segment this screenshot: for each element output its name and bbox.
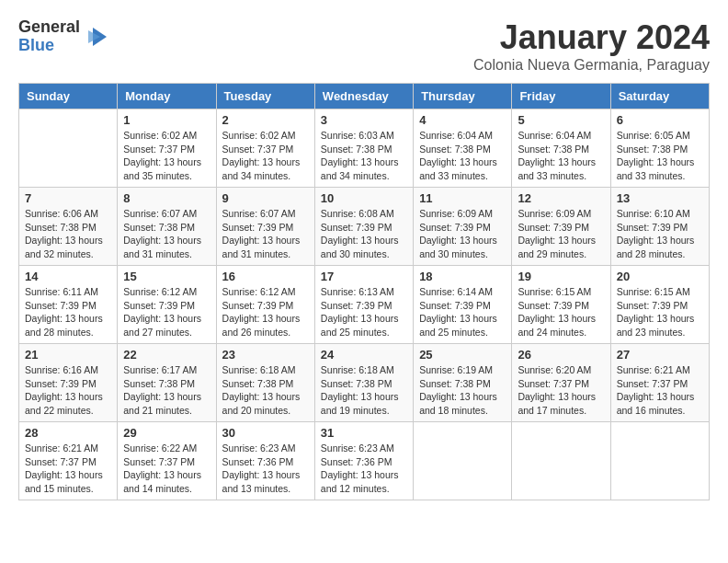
header-day-wednesday: Wednesday bbox=[314, 84, 413, 109]
week-row-3: 14Sunrise: 6:11 AMSunset: 7:39 PMDayligh… bbox=[19, 266, 710, 344]
day-number: 26 bbox=[518, 348, 604, 362]
cell-info: Sunrise: 6:09 AMSunset: 7:39 PMDaylight:… bbox=[419, 207, 506, 261]
cell-info: Sunrise: 6:20 AMSunset: 7:37 PMDaylight:… bbox=[518, 363, 604, 418]
header-day-friday: Friday bbox=[512, 84, 610, 109]
calendar-cell: 4Sunrise: 6:04 AMSunset: 7:38 PMDaylight… bbox=[414, 109, 512, 188]
day-number: 17 bbox=[321, 270, 407, 283]
header-day-saturday: Saturday bbox=[610, 84, 709, 109]
header-day-monday: Monday bbox=[118, 84, 216, 109]
cell-info: Sunrise: 6:19 AMSunset: 7:38 PMDaylight:… bbox=[419, 363, 506, 418]
day-number: 8 bbox=[123, 191, 210, 205]
calendar-cell: 22Sunrise: 6:17 AMSunset: 7:38 PMDayligh… bbox=[118, 344, 216, 422]
day-number: 3 bbox=[321, 113, 407, 127]
calendar-cell: 16Sunrise: 6:12 AMSunset: 7:39 PMDayligh… bbox=[216, 266, 314, 344]
cell-info: Sunrise: 6:10 AMSunset: 7:39 PMDaylight:… bbox=[617, 207, 703, 261]
cell-info: Sunrise: 6:02 AMSunset: 7:37 PMDaylight:… bbox=[222, 129, 309, 183]
calendar-cell: 25Sunrise: 6:19 AMSunset: 7:38 PMDayligh… bbox=[414, 344, 512, 422]
day-number: 9 bbox=[222, 191, 309, 205]
calendar-cell: 5Sunrise: 6:04 AMSunset: 7:38 PMDaylight… bbox=[512, 109, 610, 188]
day-number: 1 bbox=[123, 113, 210, 127]
day-number: 10 bbox=[321, 191, 407, 205]
day-number: 12 bbox=[518, 191, 604, 205]
cell-info: Sunrise: 6:08 AMSunset: 7:39 PMDaylight:… bbox=[321, 207, 407, 261]
calendar-cell bbox=[19, 109, 118, 188]
cell-info: Sunrise: 6:16 AMSunset: 7:39 PMDaylight:… bbox=[25, 363, 111, 418]
day-number: 28 bbox=[25, 426, 111, 440]
cell-info: Sunrise: 6:07 AMSunset: 7:39 PMDaylight:… bbox=[222, 207, 309, 261]
cell-info: Sunrise: 6:02 AMSunset: 7:37 PMDaylight:… bbox=[123, 129, 210, 183]
day-number: 14 bbox=[25, 270, 111, 283]
calendar-cell: 21Sunrise: 6:16 AMSunset: 7:39 PMDayligh… bbox=[19, 344, 118, 422]
calendar-cell: 31Sunrise: 6:23 AMSunset: 7:36 PMDayligh… bbox=[314, 422, 413, 500]
calendar-cell: 30Sunrise: 6:23 AMSunset: 7:36 PMDayligh… bbox=[216, 422, 314, 500]
cell-info: Sunrise: 6:04 AMSunset: 7:38 PMDaylight:… bbox=[419, 129, 506, 183]
calendar-cell: 9Sunrise: 6:07 AMSunset: 7:39 PMDaylight… bbox=[216, 188, 314, 266]
cell-info: Sunrise: 6:03 AMSunset: 7:38 PMDaylight:… bbox=[321, 129, 407, 183]
calendar-table: SundayMondayTuesdayWednesdayThursdayFrid… bbox=[18, 83, 710, 500]
calendar-cell: 23Sunrise: 6:18 AMSunset: 7:38 PMDayligh… bbox=[216, 344, 314, 422]
cell-info: Sunrise: 6:21 AMSunset: 7:37 PMDaylight:… bbox=[25, 442, 111, 496]
cell-info: Sunrise: 6:23 AMSunset: 7:36 PMDaylight:… bbox=[222, 442, 309, 496]
cell-info: Sunrise: 6:15 AMSunset: 7:39 PMDaylight:… bbox=[518, 285, 604, 339]
cell-info: Sunrise: 6:22 AMSunset: 7:37 PMDaylight:… bbox=[123, 442, 210, 496]
cell-info: Sunrise: 6:13 AMSunset: 7:39 PMDaylight:… bbox=[321, 285, 407, 339]
day-number: 23 bbox=[222, 348, 309, 362]
logo-icon bbox=[84, 23, 111, 51]
day-number: 24 bbox=[321, 348, 407, 362]
calendar-cell: 13Sunrise: 6:10 AMSunset: 7:39 PMDayligh… bbox=[610, 188, 709, 266]
day-number: 4 bbox=[419, 113, 506, 127]
cell-info: Sunrise: 6:05 AMSunset: 7:38 PMDaylight:… bbox=[617, 129, 703, 183]
day-number: 19 bbox=[518, 270, 604, 283]
day-number: 21 bbox=[25, 348, 111, 362]
header-row: SundayMondayTuesdayWednesdayThursdayFrid… bbox=[19, 84, 710, 109]
cell-info: Sunrise: 6:15 AMSunset: 7:39 PMDaylight:… bbox=[617, 285, 703, 339]
day-number: 31 bbox=[321, 426, 407, 440]
calendar-cell: 2Sunrise: 6:02 AMSunset: 7:37 PMDaylight… bbox=[216, 109, 314, 188]
calendar-cell: 26Sunrise: 6:20 AMSunset: 7:37 PMDayligh… bbox=[512, 344, 610, 422]
day-number: 7 bbox=[25, 191, 111, 205]
calendar-cell: 15Sunrise: 6:12 AMSunset: 7:39 PMDayligh… bbox=[118, 266, 216, 344]
week-row-5: 28Sunrise: 6:21 AMSunset: 7:37 PMDayligh… bbox=[19, 422, 710, 500]
calendar-cell: 28Sunrise: 6:21 AMSunset: 7:37 PMDayligh… bbox=[19, 422, 118, 500]
calendar-cell: 17Sunrise: 6:13 AMSunset: 7:39 PMDayligh… bbox=[314, 266, 413, 344]
day-number: 20 bbox=[617, 270, 703, 283]
cell-info: Sunrise: 6:21 AMSunset: 7:37 PMDaylight:… bbox=[617, 363, 703, 418]
cell-info: Sunrise: 6:04 AMSunset: 7:38 PMDaylight:… bbox=[518, 129, 604, 183]
cell-info: Sunrise: 6:23 AMSunset: 7:36 PMDaylight:… bbox=[321, 442, 407, 496]
cell-info: Sunrise: 6:17 AMSunset: 7:38 PMDaylight:… bbox=[123, 363, 210, 418]
cell-info: Sunrise: 6:06 AMSunset: 7:38 PMDaylight:… bbox=[25, 207, 111, 261]
calendar-cell bbox=[512, 422, 610, 500]
cell-info: Sunrise: 6:18 AMSunset: 7:38 PMDaylight:… bbox=[321, 363, 407, 418]
calendar-cell: 11Sunrise: 6:09 AMSunset: 7:39 PMDayligh… bbox=[414, 188, 512, 266]
calendar-cell: 7Sunrise: 6:06 AMSunset: 7:38 PMDaylight… bbox=[19, 188, 118, 266]
subtitle: Colonia Nueva Germania, Paraguay bbox=[473, 57, 710, 74]
month-title: January 2024 bbox=[473, 18, 710, 57]
day-number: 25 bbox=[419, 348, 506, 362]
day-number: 13 bbox=[617, 191, 703, 205]
calendar-cell: 20Sunrise: 6:15 AMSunset: 7:39 PMDayligh… bbox=[610, 266, 709, 344]
day-number: 18 bbox=[419, 270, 506, 283]
cell-info: Sunrise: 6:12 AMSunset: 7:39 PMDaylight:… bbox=[123, 285, 210, 339]
calendar-cell: 1Sunrise: 6:02 AMSunset: 7:37 PMDaylight… bbox=[118, 109, 216, 188]
day-number: 16 bbox=[222, 270, 309, 283]
day-number: 22 bbox=[123, 348, 210, 362]
calendar-cell: 8Sunrise: 6:07 AMSunset: 7:38 PMDaylight… bbox=[118, 188, 216, 266]
logo-blue: Blue bbox=[18, 37, 80, 55]
cell-info: Sunrise: 6:18 AMSunset: 7:38 PMDaylight:… bbox=[222, 363, 309, 418]
cell-info: Sunrise: 6:14 AMSunset: 7:39 PMDaylight:… bbox=[419, 285, 506, 339]
title-area: January 2024 Colonia Nueva Germania, Par… bbox=[473, 18, 710, 74]
day-number: 11 bbox=[419, 191, 506, 205]
calendar-cell: 6Sunrise: 6:05 AMSunset: 7:38 PMDaylight… bbox=[610, 109, 709, 188]
day-number: 6 bbox=[617, 113, 703, 127]
header-day-sunday: Sunday bbox=[19, 84, 118, 109]
calendar-cell bbox=[414, 422, 512, 500]
cell-info: Sunrise: 6:09 AMSunset: 7:39 PMDaylight:… bbox=[518, 207, 604, 261]
calendar-cell: 27Sunrise: 6:21 AMSunset: 7:37 PMDayligh… bbox=[610, 344, 709, 422]
logo-general: General bbox=[18, 18, 80, 37]
header-day-thursday: Thursday bbox=[414, 84, 512, 109]
week-row-2: 7Sunrise: 6:06 AMSunset: 7:38 PMDaylight… bbox=[19, 188, 710, 266]
day-number: 15 bbox=[123, 270, 210, 283]
calendar-cell: 3Sunrise: 6:03 AMSunset: 7:38 PMDaylight… bbox=[314, 109, 413, 188]
calendar-cell: 19Sunrise: 6:15 AMSunset: 7:39 PMDayligh… bbox=[512, 266, 610, 344]
calendar-cell: 12Sunrise: 6:09 AMSunset: 7:39 PMDayligh… bbox=[512, 188, 610, 266]
